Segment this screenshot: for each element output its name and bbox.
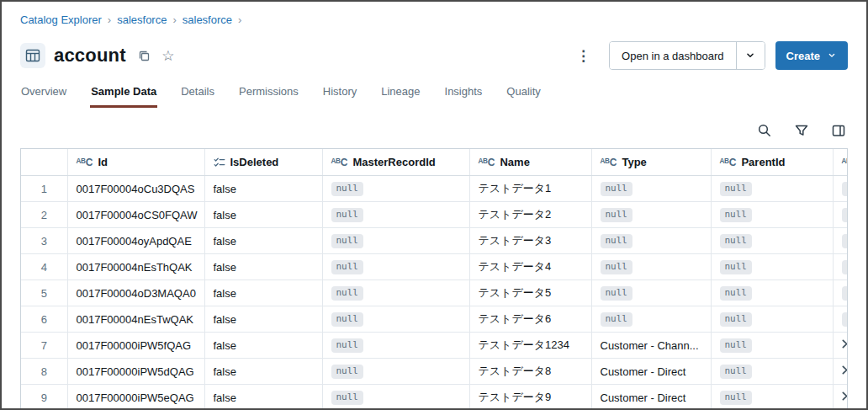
- expand-row-icon[interactable]: [833, 385, 847, 410]
- null-badge: null: [842, 234, 848, 248]
- null-badge: null: [331, 260, 364, 274]
- expand-row-icon[interactable]: [833, 359, 847, 385]
- cell-value: テストデータ4: [469, 254, 591, 280]
- null-badge: null: [720, 391, 753, 405]
- cell-null: null: [591, 228, 711, 254]
- grid-toolbar: [20, 111, 848, 148]
- cell-null: null: [711, 359, 833, 385]
- null-badge: null: [720, 365, 753, 379]
- null-badge: null: [842, 208, 848, 222]
- null-badge: null: [331, 182, 364, 196]
- tab-permissions[interactable]: Permissions: [238, 80, 299, 108]
- table-row: 30017F00004oyApdQAEfalsenullテストデータ3nulln…: [21, 228, 847, 254]
- search-icon[interactable]: [757, 123, 772, 138]
- table-row: 40017F00004nEsThQAKfalsenullテストデータ4nulln…: [21, 254, 847, 280]
- columns-panel-icon[interactable]: [831, 123, 846, 138]
- column-header-col7: ᴬᴮC: [833, 149, 847, 176]
- column-header-id: ᴬᴮCId: [67, 149, 204, 176]
- column-header-label: ParentId: [741, 156, 785, 168]
- cell-value: false: [204, 385, 322, 410]
- null-badge: null: [601, 260, 633, 274]
- cell-null: null: [711, 280, 833, 306]
- cell-null: null: [591, 176, 711, 202]
- chevron-down-icon: [827, 51, 837, 61]
- table-detail-page: Catalog Explorer › salesforce › salesfor…: [2, 2, 866, 410]
- cell-value: テストデータ9: [469, 385, 591, 410]
- column-header-label: Type: [622, 156, 646, 168]
- null-badge: null: [842, 260, 848, 274]
- cell-value: 0017F00004nEsTwQAK: [67, 306, 204, 333]
- tab-sample-data[interactable]: Sample Data: [90, 80, 157, 108]
- filter-icon[interactable]: [794, 123, 809, 138]
- breadcrumb-separator-icon: ›: [238, 13, 241, 26]
- tab-details[interactable]: Details: [180, 80, 215, 108]
- create-button[interactable]: Create: [775, 41, 848, 70]
- cell-value: テストデータ3: [469, 228, 591, 254]
- open-in-dashboard-chevron-icon[interactable]: [736, 42, 765, 69]
- cell-null: null: [322, 202, 469, 228]
- row-number: 1: [21, 176, 67, 202]
- row-number: 2: [21, 202, 67, 228]
- expand-row-icon[interactable]: [833, 333, 847, 359]
- tab-insights[interactable]: Insights: [444, 80, 484, 108]
- cell-value: false: [204, 176, 322, 202]
- tab-history[interactable]: History: [322, 80, 357, 108]
- grid-body: 10017F00004oCu3DQASfalsenullテストデータ1nulln…: [21, 176, 847, 410]
- cell-null: null: [591, 202, 711, 228]
- cell-null: null: [711, 176, 833, 202]
- null-badge: null: [842, 312, 848, 327]
- cell-null: null: [322, 176, 469, 202]
- favorite-star-icon[interactable]: ☆: [158, 45, 178, 66]
- cell-null: null: [711, 254, 833, 280]
- kebab-menu-icon[interactable]: ⋮: [569, 47, 597, 65]
- cell-value: テストデータ8: [469, 359, 591, 385]
- table-row: 90017F00000iPW5eQAGfalsenullテストデータ9Custo…: [21, 385, 847, 410]
- open-in-dashboard-button[interactable]: Open in a dashboard: [610, 42, 735, 69]
- null-badge: null: [331, 234, 364, 248]
- string-type-icon: ᴬᴮC: [77, 157, 93, 168]
- breadcrumb-separator-icon: ›: [172, 13, 176, 26]
- tab-overview[interactable]: Overview: [20, 80, 67, 108]
- cell-null: null: [711, 333, 833, 359]
- table-row: 20017F00004oCS0FQAWfalsenullテストデータ2nulln…: [21, 202, 847, 228]
- string-type-icon: ᴬᴮC: [720, 157, 737, 168]
- column-header-name: ᴬᴮCName: [469, 149, 591, 176]
- grid-header-row: ᴬᴮCIdIsDeletedᴬᴮCMasterRecordIdᴬᴮCNameᴬᴮ…: [21, 149, 847, 176]
- string-type-icon: ᴬᴮC: [331, 157, 348, 168]
- cell-null: null: [591, 306, 711, 333]
- breadcrumb-catalog-explorer[interactable]: Catalog Explorer: [20, 13, 102, 26]
- null-badge: null: [720, 208, 753, 222]
- null-badge: null: [331, 208, 364, 222]
- cell-null: null: [833, 306, 847, 333]
- column-header-type: ᴬᴮCType: [591, 149, 711, 176]
- breadcrumb-catalog-salesforce[interactable]: salesforce: [117, 13, 167, 26]
- catalog-explorer-window: Catalog Explorer › salesforce › salesfor…: [0, 0, 868, 410]
- tab-lineage[interactable]: Lineage: [380, 80, 421, 108]
- page-title: account: [54, 45, 126, 67]
- cell-value: テストデータ5: [469, 280, 591, 306]
- cell-null: null: [833, 280, 847, 306]
- cell-null: null: [833, 228, 847, 254]
- cell-value: false: [204, 254, 322, 280]
- cell-value: false: [204, 359, 322, 385]
- cell-null: null: [833, 202, 847, 228]
- breadcrumb-schema-salesforce[interactable]: salesforce: [183, 13, 232, 26]
- row-number: 4: [21, 254, 67, 280]
- copy-name-icon[interactable]: [135, 45, 155, 66]
- column-header-label: Name: [500, 156, 529, 168]
- row-number: 5: [21, 280, 67, 306]
- breadcrumb: Catalog Explorer › salesforce › salesfor…: [20, 13, 848, 26]
- cell-null: null: [322, 254, 469, 280]
- cell-null: null: [711, 306, 833, 333]
- cell-value: Customer - Chann...: [591, 333, 711, 359]
- column-header-col0: [21, 149, 67, 176]
- row-number: 8: [21, 359, 67, 385]
- tab-quality[interactable]: Quality: [505, 80, 541, 108]
- cell-null: null: [833, 176, 847, 202]
- cell-null: null: [833, 254, 847, 280]
- cell-value: false: [204, 333, 322, 359]
- cell-value: テストデータ6: [469, 306, 591, 333]
- cell-value: テストデータ1234: [469, 333, 591, 359]
- cell-null: null: [322, 228, 469, 254]
- table-entity-icon: [20, 43, 45, 68]
